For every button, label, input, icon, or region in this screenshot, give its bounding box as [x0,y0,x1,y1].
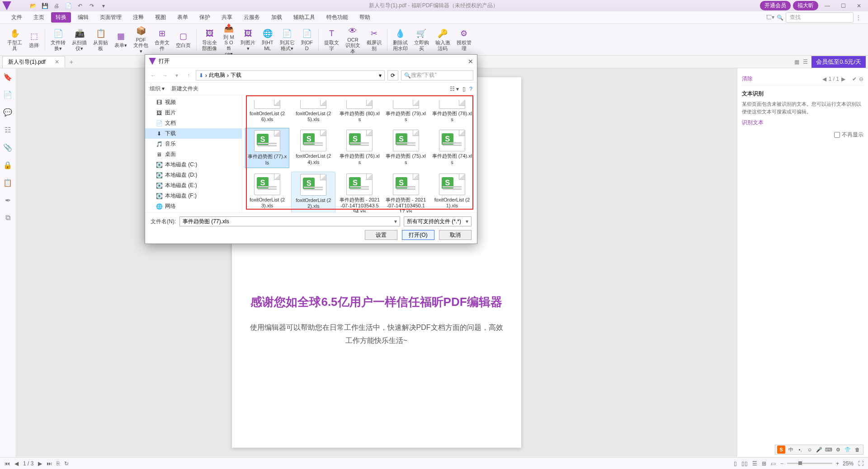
new-folder-button[interactable]: 新建文件夹 [171,85,198,93]
menu-item[interactable]: 云服务 [239,12,264,23]
help-icon[interactable]: ? [469,86,472,92]
ime-button[interactable]: 👕 [844,446,852,454]
tree-item[interactable]: 🎵音乐 [145,139,242,149]
document-tab[interactable]: 新人引导(1).pdf ✕ [2,56,65,68]
attachment-icon[interactable]: 📎 [3,143,12,152]
zoom-value[interactable]: 25% [843,460,854,467]
next-icon[interactable]: ▶ [841,76,845,82]
ribbon-button[interactable]: 🔑输入激活码 [433,27,453,52]
view-grid-icon[interactable]: ▦ [794,59,799,65]
undo-icon[interactable]: ↶ [76,2,84,9]
ribbon-button[interactable]: 📋从剪贴板 [90,27,111,52]
menu-dropdown-icon[interactable]: 匸▾ [766,14,774,21]
ime-button[interactable]: •, [796,446,804,454]
layout4-icon[interactable]: ⊞ [762,460,766,467]
file-item[interactable]: S事件趋势图 - 2021-07-14T103450.117.xls [384,172,428,212]
ribbon-button[interactable]: 💧删除试用水印 [390,27,410,52]
ime-button[interactable]: 🎤 [815,446,823,454]
menu-item[interactable]: 特色功能 [322,12,353,23]
file-item[interactable]: SfoxitOrderList (23).xls [245,172,289,212]
zoom-out-icon[interactable]: − [780,460,783,467]
menu-item[interactable]: 辅助工具 [289,12,320,23]
ime-button[interactable]: S [777,446,785,454]
layout1-icon[interactable]: ▯ [734,460,737,467]
brand-button[interactable]: 福大昕 [793,1,818,10]
ribbon-button[interactable]: 🛒立即购买 [411,27,432,52]
ribbon-button[interactable]: 👁OCR识别文本 [343,24,363,54]
tree-item[interactable]: 💽本地磁盘 (C:) [145,159,242,170]
fullscreen-icon[interactable]: ⛶ [858,460,863,467]
ime-toolbar[interactable]: S中•,☺🎤⌨⚙👕🗑 [775,445,863,455]
ribbon-button[interactable]: 🌐到HTML [259,27,276,52]
up-icon[interactable]: ↑ [184,71,193,80]
layers-icon[interactable]: ☷ [5,126,11,134]
menu-item[interactable]: 页面管理 [95,12,126,23]
ime-button[interactable]: 中 [787,446,795,454]
ribbon-button[interactable]: 📠从扫描仪▾ [69,27,90,52]
open-button[interactable]: 打开(O) [402,230,434,240]
breadcrumb-item[interactable]: 下载 [231,71,241,79]
ribbon-button[interactable]: ⊞合并文件 [152,27,172,52]
ribbon-button[interactable]: ⬚选择 [26,30,42,49]
ribbon-button[interactable]: 📄文件转换▾ [48,27,68,52]
close-icon[interactable]: ✕ [852,1,866,10]
menu-item[interactable]: 转换 [51,12,71,23]
signature-icon[interactable]: ✒ [5,196,11,205]
tree-item[interactable]: 💽本地磁盘 (F:) [145,191,242,201]
ribbon-button[interactable]: 🖼到图片▾ [238,27,258,52]
folder-tree[interactable]: 🎞视频🖼图片📄文档⬇下载🎵音乐🖥桌面💽本地磁盘 (C:)💽本地磁盘 (D:)💽本… [145,95,242,212]
menu-item[interactable]: 帮助 [355,12,375,23]
layout5-icon[interactable]: ▭ [771,460,776,467]
comment-icon[interactable]: 💬 [3,108,12,117]
file-item[interactable]: S事件趋势图 (75).xls [384,128,428,168]
menu-item[interactable]: 编辑 [73,12,93,23]
prev-page-icon[interactable]: ◀ [14,460,19,467]
ribbon-button[interactable]: ✂截屏识别 [364,27,384,52]
panel-close-icon[interactable]: ⊖ [859,76,863,82]
menu-item[interactable]: 表单 [173,12,193,23]
organize-button[interactable]: 组织 ▾ [150,85,165,93]
ribbon-button[interactable]: ▢空白页 [173,30,193,49]
tree-item[interactable]: ⬇下载 [145,128,242,139]
menu-item[interactable]: 加载 [267,12,287,23]
menu-item[interactable]: 视图 [151,12,170,23]
page-indicator[interactable]: 1 / 3 [23,460,33,467]
maximize-icon[interactable]: ☐ [836,1,850,10]
dont-show-checkbox[interactable] [834,132,840,138]
tree-item[interactable]: 🌐网络 [145,201,242,211]
file-item[interactable]: foxitOrderList (26).xls [245,98,289,124]
menu-item[interactable]: 注释 [128,12,148,23]
ribbon-button[interactable]: 📤到 MS Office▾ [221,22,237,57]
chevron-down-icon[interactable]: ▾ [466,218,468,225]
tree-item[interactable]: 📄文档 [145,118,242,128]
open-icon[interactable]: 📂 [29,2,37,9]
tree-item[interactable]: 🎞视频 [145,97,242,108]
first-page-icon[interactable]: ⏮ [5,460,10,467]
dialog-close-icon[interactable]: ✕ [468,58,473,65]
tree-item[interactable]: 💽本地磁盘 (D:) [145,170,242,180]
file-item[interactable]: 事件趋势图 (79).xls [384,98,428,124]
ribbon-button[interactable]: 📦PDF文件包▾ [131,24,151,54]
promo-badge[interactable]: 会员低至0.5元/天 [811,56,866,68]
refresh-icon[interactable]: ⟳ [387,70,398,80]
ime-button[interactable]: ⚙ [834,446,842,454]
file-filter-select[interactable]: 所有可支持的文件 (*.*) ▾ [404,216,472,226]
next-page-icon[interactable]: ▶ [38,460,42,467]
sb-icon2[interactable]: ↻ [64,460,69,467]
file-item[interactable]: S事件趋势图 (77).xls [245,128,289,168]
layout2-icon[interactable]: ▯▯ [741,460,748,467]
file-item[interactable]: S事件趋势图 (76).xls [337,128,382,168]
clear-link[interactable]: 清除 [742,75,753,83]
zoom-in-icon[interactable]: + [836,460,839,467]
breadcrumb-item[interactable]: 此电脑 [209,71,225,79]
file-item[interactable]: S事件趋势图 (74).xls [430,128,474,168]
ribbon-button[interactable]: ⚙授权管理 [454,27,474,52]
file-item[interactable]: 事件趋势图 (80).xls [337,98,382,124]
member-button[interactable]: 开通会员 [760,1,791,10]
panel-confirm-icon[interactable]: ✔ [852,76,857,82]
menu-item[interactable]: 主页 [29,12,49,23]
ribbon-button[interactable]: T提取文字 [321,27,342,52]
menu-item[interactable]: 保护 [195,12,215,23]
redo-icon[interactable]: ↷ [88,2,95,9]
file-item[interactable]: 事件趋势图 (78).xls [430,98,474,124]
